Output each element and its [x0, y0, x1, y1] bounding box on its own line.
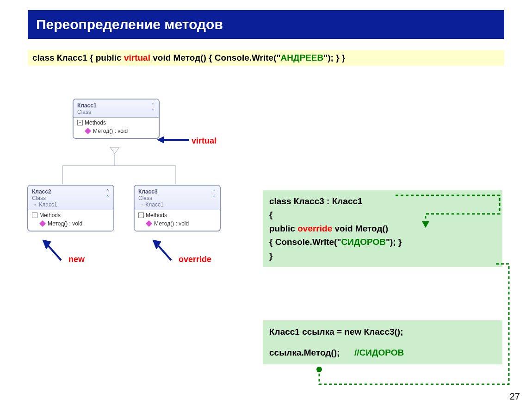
- uml-class2: Класс2 Class Класс1 ⌃⌃ − Methods Метод()…: [28, 185, 114, 231]
- uml-stereotype: Class: [32, 195, 110, 201]
- minus-icon: −: [32, 212, 37, 218]
- svg-line-7: [46, 244, 61, 260]
- svg-point-12: [316, 367, 322, 372]
- collapse-icon: ⌃⌃: [104, 188, 111, 200]
- label-new: new: [68, 255, 85, 264]
- method-icon: [85, 128, 91, 134]
- label-virtual: virtual: [192, 136, 217, 146]
- uml-method: Метод() : void: [48, 220, 82, 227]
- svg-marker-0: [110, 147, 119, 154]
- uml-class-name: Класс2: [32, 188, 110, 195]
- collapse-icon: ⌃⌃: [210, 188, 217, 200]
- uml-method: Метод() : void: [93, 128, 128, 134]
- method-icon: [39, 220, 46, 227]
- uml-section: Methods: [39, 212, 61, 219]
- string-literal: АНДРЕЕВ: [281, 53, 324, 62]
- svg-marker-11: [422, 221, 429, 228]
- code-text: class Класс1 { public: [32, 53, 124, 62]
- minus-icon: −: [138, 212, 144, 218]
- slide-title: Переопределение методов: [28, 10, 504, 39]
- uml-section: Methods: [85, 119, 106, 126]
- code-text: "); } }: [323, 53, 345, 62]
- uml-stereotype: Class: [138, 195, 216, 201]
- keyword-virtual: virtual: [124, 53, 150, 62]
- code-text: void Метод() { Console.Write(": [150, 53, 281, 62]
- label-override: override: [179, 255, 211, 264]
- minus-icon: −: [77, 120, 83, 125]
- uml-section: Methods: [146, 212, 167, 219]
- uml-class3: Класс3 Class Класс1 ⌃⌃ − Methods Метод()…: [134, 185, 220, 231]
- method-icon: [146, 220, 152, 227]
- uml-stereotype: Class: [77, 109, 155, 115]
- uml-class1: Класс1 Class ⌃⌃ − Methods Метод() : void: [73, 99, 159, 138]
- code-bar: class Класс1 { public virtual void Метод…: [28, 50, 504, 66]
- uml-class-name: Класс1: [77, 102, 155, 109]
- collapse-icon: ⌃⌃: [149, 102, 156, 114]
- svg-marker-6: [157, 137, 164, 143]
- uml-class-name: Класс3: [138, 188, 216, 195]
- uml-method: Метод() : void: [154, 220, 189, 227]
- svg-line-9: [156, 244, 171, 260]
- page-number: 27: [510, 391, 520, 400]
- uml-inherits: Класс1: [32, 201, 110, 208]
- uml-inherits: Класс1: [138, 201, 216, 208]
